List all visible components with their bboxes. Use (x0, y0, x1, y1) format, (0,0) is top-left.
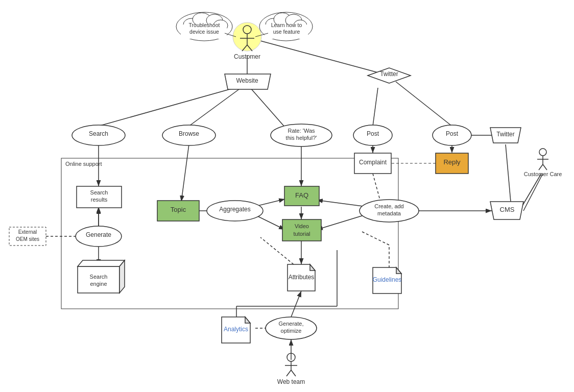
svg-text:OEM sites: OEM sites (16, 236, 39, 242)
svg-point-84 (539, 149, 546, 156)
post1-label: Post (367, 130, 379, 137)
svg-line-28 (361, 231, 389, 245)
search-label: Search (89, 130, 108, 137)
customer-label: Customer (234, 53, 260, 60)
svg-line-4 (250, 88, 284, 126)
svg-line-20 (506, 144, 511, 202)
svg-marker-93 (78, 260, 125, 266)
create-add-label: Create, add (374, 203, 403, 209)
svg-line-29 (373, 174, 380, 202)
svg-line-87 (539, 164, 543, 170)
svg-line-108 (291, 370, 296, 376)
svg-line-6 (396, 82, 452, 126)
video-label: Video (295, 223, 309, 229)
reply-label: Reply (443, 158, 461, 166)
svg-line-18 (317, 214, 367, 230)
svg-marker-99 (396, 267, 401, 274)
learn-label: Learn how to (271, 22, 302, 28)
website-label: Website (236, 77, 258, 84)
svg-text:use feature: use feature (273, 29, 300, 35)
search-results-label: Search (90, 189, 108, 195)
external-oem-label: External (18, 229, 37, 235)
attributes-label: Attributes (289, 274, 315, 281)
svg-line-9 (181, 144, 189, 202)
svg-text:metadata: metadata (377, 210, 401, 216)
svg-line-30 (260, 237, 294, 264)
svg-rect-92 (78, 266, 119, 293)
twitter2-label: Twitter (496, 131, 514, 138)
complaint-label: Complaint (359, 159, 387, 166)
twitter-diamond-label: Twitter (380, 70, 398, 78)
cms-label: CMS (500, 206, 515, 213)
web-team-label: Web team (277, 378, 305, 385)
svg-line-88 (543, 164, 547, 170)
search-engine-label: Search (90, 274, 108, 280)
svg-line-107 (286, 370, 291, 376)
faq-label: FAQ (295, 191, 308, 199)
svg-line-110 (523, 174, 543, 211)
svg-line-32 (291, 291, 301, 317)
generate-label: Generate (86, 231, 111, 238)
svg-marker-101 (245, 317, 250, 323)
diagram-container: Online support Customer (0, 0, 574, 392)
svg-text:optimize: optimize (281, 328, 302, 334)
svg-marker-94 (119, 260, 125, 293)
svg-text:Online support: Online support (65, 161, 102, 167)
svg-text:results: results (91, 197, 108, 203)
svg-line-1 (260, 41, 389, 76)
guidelines-label: Guidelines (373, 276, 402, 283)
svg-text:tutorial: tutorial (293, 231, 310, 237)
svg-marker-97 (310, 264, 315, 271)
browse-label: Browse (179, 130, 199, 137)
aggregates-label: Aggregates (219, 206, 250, 213)
rate-label: Rate: 'Was (288, 128, 315, 134)
post2-label: Post (446, 130, 459, 137)
analytics-label: Analytics (224, 326, 248, 333)
svg-text:engine: engine (90, 281, 107, 287)
svg-line-17 (317, 200, 367, 207)
topic-label: Topic (171, 206, 186, 213)
svg-text:this helpful?': this helpful?' (286, 135, 317, 141)
troubleshoot-label: Troubleshoot (189, 22, 220, 28)
svg-text:device issue: device issue (189, 29, 219, 35)
generate-optimize-label: Generate, (279, 321, 304, 327)
svg-line-5 (373, 88, 378, 126)
